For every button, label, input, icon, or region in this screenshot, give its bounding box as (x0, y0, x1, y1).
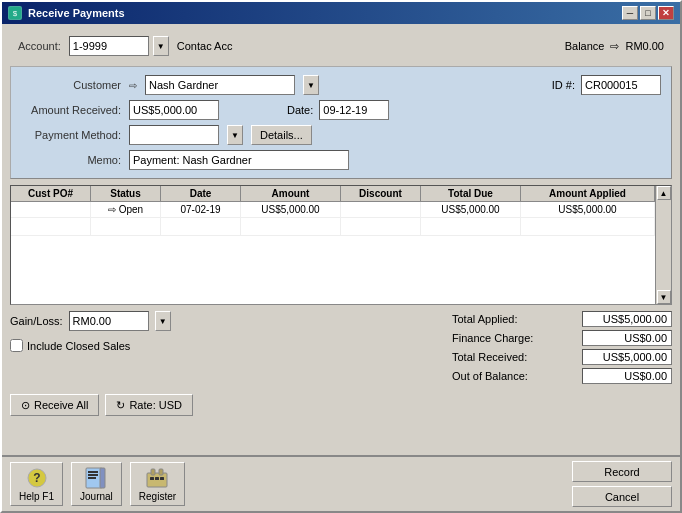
window-icon: $ (8, 6, 22, 20)
table-scrollbar[interactable]: ▲ ▼ (655, 186, 671, 304)
out-of-balance-row: Out of Balance: US$0.00 (452, 368, 672, 384)
total-received-label: Total Received: (452, 351, 527, 363)
svg-rect-11 (159, 469, 163, 475)
include-closed-checkbox[interactable] (10, 339, 23, 352)
footer-right: Record Cancel (572, 461, 672, 507)
title-bar: $ Receive Payments ─ □ ✕ (2, 2, 680, 24)
window-controls: ─ □ ✕ (622, 6, 674, 20)
footer: ? Help F1 Journal (2, 455, 680, 511)
account-name: Contac Acc (177, 40, 233, 52)
customer-panel: Customer ⇨ ▼ ID #: Amount Received: Date… (10, 66, 672, 179)
total-received-value: US$5,000.00 (582, 349, 672, 365)
customer-label: Customer (21, 79, 121, 91)
col-date: Date (161, 186, 241, 201)
invoices-table: Cust PO# Status Date Amount Discount Tot… (10, 185, 672, 305)
right-summary: Total Applied: US$5,000.00 Finance Charg… (452, 311, 672, 384)
cell-amount-applied: US$5,000.00 (521, 202, 655, 217)
customer-dropdown-btn[interactable]: ▼ (303, 75, 319, 95)
svg-rect-8 (100, 468, 105, 488)
account-input[interactable] (69, 36, 149, 56)
minimize-button[interactable]: ─ (622, 6, 638, 20)
payment-row: Payment Method: ▼ Details... (21, 125, 661, 145)
col-discount: Discount (341, 186, 421, 201)
out-of-balance-value: US$0.00 (582, 368, 672, 384)
payment-label: Payment Method: (21, 129, 121, 141)
cell-total-due: US$5,000.00 (421, 202, 521, 217)
help-label: Help F1 (19, 491, 54, 502)
maximize-button[interactable]: □ (640, 6, 656, 20)
finance-charge-value: US$0.00 (582, 330, 672, 346)
finance-charge-row: Finance Charge: US$0.00 (452, 330, 672, 346)
memo-input[interactable] (129, 150, 349, 170)
total-applied-value: US$5,000.00 (582, 311, 672, 327)
svg-rect-13 (155, 477, 159, 480)
date-input[interactable] (319, 100, 389, 120)
journal-icon (84, 467, 108, 489)
svg-rect-6 (88, 474, 98, 476)
table-header: Cust PO# Status Date Amount Discount Tot… (11, 186, 655, 202)
close-button[interactable]: ✕ (658, 6, 674, 20)
scroll-down-btn[interactable]: ▼ (657, 290, 671, 304)
amount-input[interactable] (129, 100, 219, 120)
register-label: Register (139, 491, 176, 502)
id-input[interactable] (581, 75, 661, 95)
balance-label: Balance (565, 40, 605, 52)
svg-text:$: $ (13, 9, 18, 18)
finance-charge-label: Finance Charge: (452, 332, 533, 344)
customer-arrow-icon: ⇨ (129, 80, 137, 91)
rate-button[interactable]: ↻ Rate: USD (105, 394, 193, 416)
memo-label: Memo: (21, 154, 121, 166)
svg-rect-10 (151, 469, 155, 475)
left-bottom: Gain/Loss: ▼ Include Closed Sales (10, 311, 444, 384)
bottom-section: Gain/Loss: ▼ Include Closed Sales Total … (10, 311, 672, 384)
balance-arrow-icon: ⇨ (610, 40, 619, 53)
receive-all-button[interactable]: ⊙ Receive All (10, 394, 99, 416)
main-window: $ Receive Payments ─ □ ✕ Account: ▼ Cont… (0, 0, 682, 513)
details-button[interactable]: Details... (251, 125, 312, 145)
out-of-balance-label: Out of Balance: (452, 370, 528, 382)
gain-loss-dropdown-btn[interactable]: ▼ (155, 311, 171, 331)
customer-input[interactable] (145, 75, 295, 95)
col-amount: Amount (241, 186, 341, 201)
date-label: Date: (287, 104, 313, 116)
account-label: Account: (18, 40, 61, 52)
col-total-due: Total Due (421, 186, 521, 201)
account-row: Account: ▼ Contac Acc Balance ⇨ RM0.00 (10, 32, 672, 60)
amount-label: Amount Received: (21, 104, 121, 116)
total-applied-row: Total Applied: US$5,000.00 (452, 311, 672, 327)
svg-text:?: ? (33, 471, 40, 485)
journal-button[interactable]: Journal (71, 462, 122, 506)
payment-input[interactable] (129, 125, 219, 145)
id-label: ID #: (552, 79, 575, 91)
account-dropdown-btn[interactable]: ▼ (153, 36, 169, 56)
cell-status: ⇨ Open (91, 202, 161, 217)
include-closed-label: Include Closed Sales (27, 340, 130, 352)
gain-loss-row: Gain/Loss: ▼ (10, 311, 444, 331)
gain-loss-input[interactable] (69, 311, 149, 331)
rate-label: Rate: USD (129, 399, 182, 411)
gain-loss-label: Gain/Loss: (10, 315, 63, 327)
total-applied-label: Total Applied: (452, 313, 517, 325)
register-button[interactable]: Register (130, 462, 185, 506)
help-icon: ? (25, 467, 49, 489)
help-button[interactable]: ? Help F1 (10, 462, 63, 506)
payment-dropdown-btn[interactable]: ▼ (227, 125, 243, 145)
total-received-row: Total Received: US$5,000.00 (452, 349, 672, 365)
col-status: Status (91, 186, 161, 201)
table-row[interactable]: ⇨ Open 07-02-19 US$5,000.00 US$5,000.00 … (11, 202, 655, 218)
cell-cust-po (11, 202, 91, 217)
memo-row: Memo: (21, 150, 661, 170)
content-area: Account: ▼ Contac Acc Balance ⇨ RM0.00 C… (2, 24, 680, 455)
cell-discount (341, 202, 421, 217)
rate-icon: ↻ (116, 399, 125, 412)
scroll-up-btn[interactable]: ▲ (657, 186, 671, 200)
amount-row: Amount Received: Date: (21, 100, 661, 120)
id-section: ID #: (552, 75, 661, 95)
cancel-button[interactable]: Cancel (572, 486, 672, 507)
record-button[interactable]: Record (572, 461, 672, 482)
cell-amount: US$5,000.00 (241, 202, 341, 217)
balance-section: Balance ⇨ RM0.00 (565, 40, 664, 53)
footer-left: ? Help F1 Journal (10, 461, 564, 507)
table-row-empty (11, 218, 655, 236)
action-bar: ⊙ Receive All ↻ Rate: USD (10, 390, 672, 420)
